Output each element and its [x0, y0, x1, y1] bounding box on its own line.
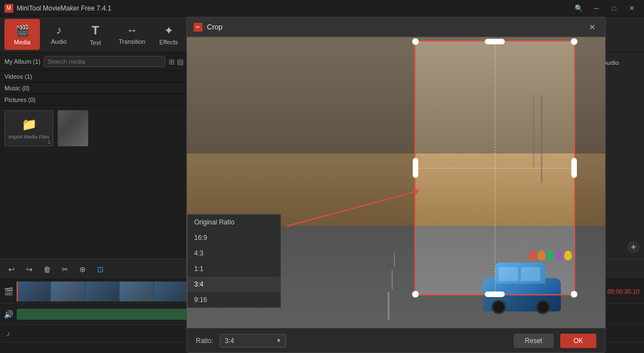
add-track-button[interactable]: +: [627, 241, 640, 253]
sidebar-section-album: My Album (1): [4, 58, 40, 65]
wheel-right: [536, 300, 550, 314]
sidebar: My Album (1) ⊞ ▤ Videos (1) Music (0) Pi…: [0, 53, 189, 259]
app-icon: M: [4, 4, 13, 13]
title-bar-left: M MiniTool MovieMaker Free 7.4.1: [4, 4, 111, 13]
sidebar-section-videos[interactable]: Videos (1): [0, 71, 188, 83]
media-thumbnail[interactable]: [58, 110, 88, 146]
import-icons: ⊞ ▤: [169, 58, 184, 66]
ratio-select-value: 3:4: [225, 337, 276, 345]
road-dash-c: [394, 253, 395, 267]
delete-button[interactable]: 🗑: [40, 262, 54, 277]
title-bar: M MiniTool MovieMaker Free 7.4.1 🔍 ─ □ ✕: [0, 0, 644, 17]
crop-dialog-title: Crop: [207, 23, 582, 31]
import-media-button[interactable]: 📁 Import Media Files 1: [4, 110, 53, 146]
playhead: [17, 282, 18, 301]
ratio-dropdown-menu: Original Ratio 16:9 4:3 1:1 3:4 9:16: [187, 214, 281, 308]
ok-button[interactable]: OK: [560, 334, 596, 348]
crop-header: ✂ Crop ✕: [187, 17, 605, 37]
media-icon: 🎬: [16, 24, 29, 37]
crop-footer: Ratio: 3:4 ▼ Reset OK: [187, 328, 605, 352]
dropdown-item-9-16[interactable]: 9:16: [187, 292, 281, 308]
audio-icon: ♪: [56, 24, 62, 37]
video-track-icon: 🎬: [0, 287, 17, 296]
media-grid: 📁 Import Media Files 1: [0, 106, 188, 151]
nav-effects[interactable]: ✦ Effects: [151, 19, 186, 50]
handle-top-right[interactable]: [571, 38, 577, 45]
cut-button[interactable]: ✂: [58, 262, 72, 277]
nav-audio-label: Audio: [51, 38, 67, 45]
road-dash-a: [388, 292, 389, 320]
track-thumb-5: [154, 282, 187, 301]
split-audio-button[interactable]: ⊕: [75, 262, 90, 277]
restore-btn[interactable]: □: [606, 2, 622, 14]
undo-button[interactable]: ↩: [4, 262, 19, 277]
wheel-left: [491, 300, 506, 314]
crop-button[interactable]: ⊡: [93, 262, 108, 277]
handle-bottom-left[interactable]: [412, 291, 419, 298]
nav-text-label: Text: [90, 39, 101, 46]
crop-hline: [415, 168, 574, 168]
handle-bottom-right[interactable]: [571, 291, 577, 298]
track-thumb-1: [17, 282, 50, 301]
nav-transition-label: Transition: [119, 38, 145, 45]
handle-top-left[interactable]: [412, 38, 419, 45]
transition-icon: ↔: [126, 24, 138, 37]
track-thumb-2: [51, 282, 84, 301]
crop-dialog-icon: ✂: [194, 23, 202, 32]
dropdown-item-3-4[interactable]: 3:4: [187, 277, 281, 292]
nav-transition[interactable]: ↔ Transition: [114, 19, 150, 50]
reset-button[interactable]: Reset: [514, 334, 553, 348]
dropdown-item-16-9[interactable]: 16:9: [187, 230, 281, 245]
nav-audio[interactable]: ♪ Audio: [41, 19, 77, 50]
title-bar-controls: 🔍 ─ □ ✕: [571, 2, 640, 14]
crop-selection-box[interactable]: [414, 40, 575, 295]
nav-effects-label: Effects: [159, 39, 178, 45]
ratio-dropdown-arrow: ▼: [276, 337, 281, 344]
dropdown-item-4-3[interactable]: 4:3: [187, 245, 281, 261]
app-title: MiniTool MovieMaker Free 7.4.1: [17, 4, 111, 12]
sidebar-section-pictures[interactable]: Pictures (0): [0, 94, 188, 106]
redo-button[interactable]: ↪: [22, 262, 37, 277]
import-media-label: Import Media Files: [8, 134, 49, 140]
music-track-icon: ♪: [0, 329, 17, 338]
track-thumb-3: [85, 282, 119, 301]
ratio-select[interactable]: 3:4 ▼: [220, 334, 286, 347]
crop-video-preview: Original Ratio 16:9 4:3 1:1 3:4 9:16: [187, 37, 605, 328]
handle-bottom-mid[interactable]: [485, 291, 505, 297]
nav-media[interactable]: 🎬 Media: [4, 19, 40, 50]
effects-icon: ✦: [164, 24, 174, 37]
close-btn[interactable]: ✕: [624, 2, 640, 14]
search-input[interactable]: [44, 56, 166, 67]
handle-left-mid[interactable]: [413, 158, 418, 178]
time-total: 00:00:30.10: [607, 288, 640, 295]
track-thumb-4: [120, 282, 153, 301]
nav-text[interactable]: T Text: [78, 19, 113, 50]
crop-dialog: ✂ Crop ✕: [186, 17, 606, 353]
road-dash-b: [392, 270, 393, 289]
audio-track-icon: 🔊: [0, 310, 17, 319]
ratio-label: Ratio:: [196, 337, 213, 345]
nav-media-label: Media: [14, 39, 31, 45]
search-titlebar-btn[interactable]: 🔍: [571, 2, 586, 14]
sidebar-section-music[interactable]: Music (0): [0, 83, 188, 94]
handle-top-mid[interactable]: [485, 39, 505, 44]
crop-body: Original Ratio 16:9 4:3 1:1 3:4 9:16 ▶ 0…: [187, 37, 605, 328]
crop-close-button[interactable]: ✕: [586, 21, 599, 33]
sidebar-header: My Album (1) ⊞ ▤: [0, 53, 188, 71]
text-icon: T: [92, 23, 99, 38]
dropdown-item-1-1[interactable]: 1:1: [187, 261, 281, 277]
handle-right-mid[interactable]: [571, 158, 577, 178]
dropdown-item-original[interactable]: Original Ratio: [187, 214, 281, 230]
minimize-btn[interactable]: ─: [589, 2, 604, 14]
